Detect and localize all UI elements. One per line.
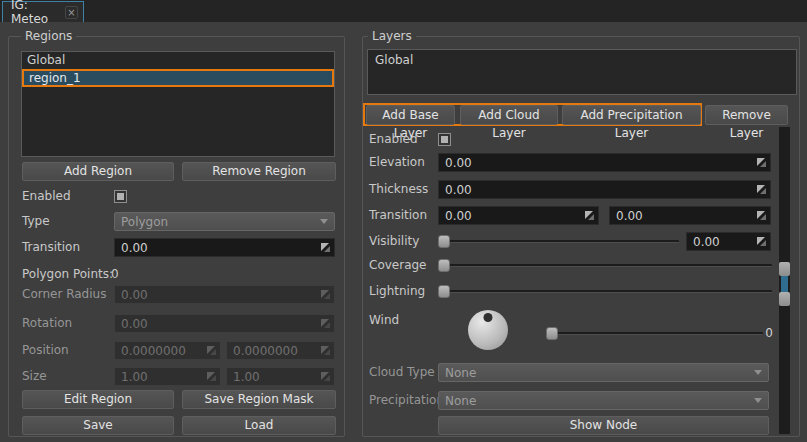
type-label: Type bbox=[22, 212, 50, 231]
slider-handle[interactable] bbox=[438, 235, 450, 248]
elevation-input[interactable]: 0.00 bbox=[438, 153, 771, 172]
lightning-label: Lightning bbox=[369, 282, 425, 301]
drag-handle-icon[interactable] bbox=[585, 211, 594, 220]
wind-direction-knob[interactable] bbox=[468, 310, 508, 350]
chevron-down-icon bbox=[754, 370, 762, 375]
close-icon[interactable]: × bbox=[65, 6, 78, 19]
position-x-value: 0.0000000 bbox=[121, 344, 207, 358]
regions-list[interactable]: Global region_1 bbox=[21, 51, 335, 157]
add-region-button[interactable]: Add Region bbox=[22, 162, 174, 181]
size-x-input: 1.00 bbox=[114, 367, 221, 386]
layers-panel: Layers Global Add Base Layer Add Cloud L… bbox=[362, 36, 800, 437]
save-region-mask-button[interactable]: Save Region Mask bbox=[182, 390, 336, 409]
edit-region-button[interactable]: Edit Region bbox=[22, 390, 174, 409]
position-label: Position bbox=[22, 341, 69, 360]
layers-panel-title: Layers bbox=[368, 29, 416, 43]
layer-enabled-checkbox[interactable] bbox=[438, 133, 451, 146]
load-button[interactable]: Load bbox=[182, 416, 336, 435]
polygon-points-label: Polygon Points: bbox=[22, 265, 113, 284]
transition-value: 0.00 bbox=[121, 241, 321, 255]
transition-y-input[interactable]: 0.00 bbox=[609, 206, 771, 225]
chevron-down-icon bbox=[320, 219, 328, 224]
drag-handle-icon bbox=[321, 290, 330, 299]
save-button[interactable]: Save bbox=[22, 416, 174, 435]
rotation-value: 0.00 bbox=[121, 317, 321, 331]
type-dropdown[interactable]: Polygon bbox=[114, 212, 335, 231]
knob-indicator-dot bbox=[484, 313, 493, 322]
list-item-region-1[interactable]: region_1 bbox=[22, 69, 334, 87]
drag-handle-icon[interactable] bbox=[757, 185, 766, 194]
drag-handle-icon bbox=[321, 372, 330, 381]
slider-track bbox=[546, 332, 763, 335]
scrollbar-up-button[interactable] bbox=[779, 262, 790, 276]
slider-handle[interactable] bbox=[546, 327, 558, 340]
transition-x-value: 0.00 bbox=[445, 209, 585, 223]
transition-label: Transition bbox=[369, 206, 427, 225]
cloud-type-label: Cloud Type bbox=[369, 363, 435, 382]
corner-radius-label: Corner Radius bbox=[22, 285, 106, 304]
slider-track bbox=[438, 290, 772, 293]
list-item-global[interactable]: Global bbox=[368, 50, 796, 67]
layers-list[interactable]: Global bbox=[367, 49, 797, 95]
regions-panel: Regions Global region_1 Add Region Remov… bbox=[8, 36, 345, 437]
scrollbar-thumb[interactable] bbox=[781, 276, 788, 292]
region-enabled-checkbox[interactable] bbox=[114, 190, 127, 203]
drag-handle-icon bbox=[321, 319, 330, 328]
lightning-slider[interactable] bbox=[438, 282, 772, 301]
slider-track bbox=[438, 264, 772, 267]
slider-track bbox=[438, 240, 679, 243]
coverage-label: Coverage bbox=[369, 256, 427, 275]
size-y-input: 1.00 bbox=[226, 367, 335, 386]
remove-region-button[interactable]: Remove Region bbox=[182, 162, 336, 181]
transition-y-value: 0.00 bbox=[616, 209, 757, 223]
wind-speed-slider[interactable] bbox=[546, 324, 763, 343]
add-cloud-layer-button[interactable]: Add Cloud Layer bbox=[460, 105, 558, 125]
size-label: Size bbox=[22, 367, 47, 386]
add-layer-buttons-highlight: Add Base Layer Add Cloud Layer Add Preci… bbox=[363, 103, 702, 126]
wind-label: Wind bbox=[369, 311, 399, 330]
wind-value: 0 bbox=[761, 324, 773, 343]
drag-handle-icon[interactable] bbox=[757, 237, 766, 246]
thickness-input[interactable]: 0.00 bbox=[438, 180, 771, 199]
remove-layer-button[interactable]: Remove Layer bbox=[705, 105, 788, 125]
enabled-label: Enabled bbox=[22, 187, 71, 206]
precipitation-label: Precipitation bbox=[369, 391, 444, 410]
type-value: Polygon bbox=[121, 215, 320, 229]
rotation-input: 0.00 bbox=[114, 314, 335, 333]
add-precipitation-layer-button[interactable]: Add Precipitation Layer bbox=[562, 105, 701, 125]
position-y-input: 0.0000000 bbox=[226, 341, 335, 360]
drag-handle-icon[interactable] bbox=[757, 158, 766, 167]
corner-radius-input: 0.00 bbox=[114, 285, 335, 304]
rotation-label: Rotation bbox=[22, 314, 72, 333]
visibility-slider[interactable] bbox=[438, 232, 679, 251]
list-item-global[interactable]: Global bbox=[22, 52, 334, 69]
elevation-label: Elevation bbox=[369, 153, 425, 172]
corner-radius-value: 0.00 bbox=[121, 288, 321, 302]
tab-label: IG: Meteo bbox=[11, 0, 61, 26]
precipitation-dropdown[interactable]: None bbox=[438, 391, 769, 410]
tab-ig-meteo[interactable]: IG: Meteo × bbox=[2, 1, 84, 22]
show-node-button[interactable]: Show Node bbox=[438, 416, 769, 435]
slider-handle[interactable] bbox=[438, 259, 450, 272]
visibility-value: 0.00 bbox=[693, 235, 757, 249]
regions-panel-title: Regions bbox=[21, 29, 76, 43]
drag-handle-icon bbox=[207, 346, 216, 355]
transition-x-input[interactable]: 0.00 bbox=[438, 206, 599, 225]
coverage-slider[interactable] bbox=[438, 256, 772, 275]
visibility-input[interactable]: 0.00 bbox=[686, 232, 771, 251]
slider-handle[interactable] bbox=[438, 285, 450, 298]
cloud-type-dropdown[interactable]: None bbox=[438, 363, 769, 382]
drag-handle-icon[interactable] bbox=[321, 243, 330, 252]
enabled-label: Enabled bbox=[369, 130, 418, 149]
position-y-value: 0.0000000 bbox=[233, 344, 321, 358]
tab-bar: IG: Meteo × bbox=[0, 0, 807, 22]
app-window: IG: Meteo × Regions Global region_1 Add … bbox=[0, 0, 807, 442]
position-x-input: 0.0000000 bbox=[114, 341, 221, 360]
layers-scrollbar[interactable] bbox=[779, 127, 790, 434]
add-base-layer-button[interactable]: Add Base Layer bbox=[366, 105, 455, 125]
size-y-value: 1.00 bbox=[233, 370, 321, 384]
scrollbar-down-button[interactable] bbox=[779, 292, 790, 306]
drag-handle-icon[interactable] bbox=[757, 211, 766, 220]
transition-input[interactable]: 0.00 bbox=[114, 238, 335, 257]
transition-label: Transition bbox=[22, 238, 80, 257]
